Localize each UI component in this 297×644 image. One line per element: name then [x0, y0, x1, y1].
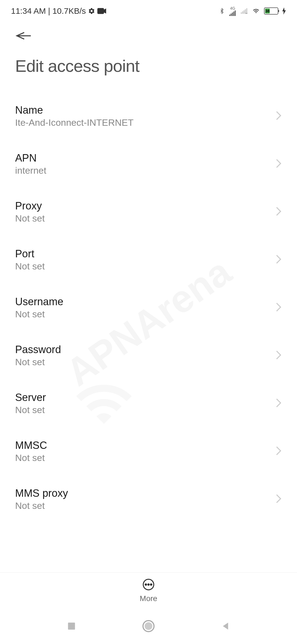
more-label: More: [140, 594, 157, 603]
svg-rect-3: [232, 13, 233, 16]
chevron-right-icon: [275, 206, 282, 217]
bluetooth-icon: [219, 7, 225, 15]
chevron-right-icon: [275, 302, 282, 313]
page-title: Edit access point: [15, 56, 282, 76]
setting-label: Username: [15, 296, 63, 308]
setting-label: MMSC: [15, 440, 47, 451]
setting-name[interactable]: Name Ite-And-Iconnect-INTERNET: [0, 92, 297, 140]
setting-value: Not set: [15, 405, 46, 415]
back-button[interactable]: [15, 30, 32, 42]
signal-no-sim-icon: [240, 8, 248, 14]
system-nav-bar: [0, 608, 297, 644]
chevron-right-icon: [275, 350, 282, 361]
page-header: Edit access point: [0, 22, 297, 81]
setting-username[interactable]: Username Not set: [0, 284, 297, 332]
setting-value: Not set: [15, 452, 47, 463]
svg-point-13: [148, 584, 149, 585]
status-separator: |: [48, 6, 50, 16]
setting-server[interactable]: Server Not set: [0, 380, 297, 427]
svg-rect-2: [231, 13, 232, 16]
setting-value: Not set: [15, 500, 68, 511]
nav-recent-button[interactable]: [65, 619, 78, 633]
chevron-right-icon: [275, 111, 282, 122]
status-bar-left: 11:34 AM | 10.7KB/s: [11, 6, 106, 16]
setting-value: Ite-And-Iconnect-INTERNET: [15, 117, 134, 128]
more-button[interactable]: [142, 578, 155, 592]
status-bar: 11:34 AM | 10.7KB/s 4G 38: [0, 0, 297, 22]
settings-list: Name Ite-And-Iconnect-INTERNET APN inter…: [0, 81, 297, 560]
svg-point-17: [145, 622, 152, 630]
chevron-right-icon: [275, 159, 282, 170]
camera-icon: [97, 8, 106, 14]
chevron-right-icon: [275, 398, 282, 409]
setting-value: Not set: [15, 213, 45, 224]
setting-value: Not set: [15, 357, 61, 367]
wifi-icon: [252, 8, 260, 14]
setting-label: Password: [15, 344, 61, 356]
chevron-right-icon: [275, 494, 282, 505]
svg-rect-1: [229, 15, 230, 16]
battery-percent: 38: [265, 9, 270, 13]
setting-value: Not set: [15, 309, 63, 320]
setting-value: Not set: [15, 261, 45, 272]
chevron-right-icon: [275, 446, 282, 457]
charging-icon: [282, 7, 286, 15]
battery-icon: 38: [264, 7, 278, 15]
setting-label: Name: [15, 104, 134, 116]
svg-rect-7: [242, 11, 243, 14]
setting-label: MMS proxy: [15, 487, 68, 499]
svg-rect-15: [68, 623, 75, 629]
svg-rect-0: [97, 8, 104, 14]
setting-apn[interactable]: APN internet: [0, 140, 297, 188]
setting-label: Port: [15, 248, 45, 260]
status-bar-right: 4G 38: [219, 6, 286, 16]
setting-password[interactable]: Password Not set: [0, 332, 297, 380]
setting-label: Proxy: [15, 200, 45, 212]
setting-label: Server: [15, 392, 46, 403]
svg-rect-6: [241, 12, 242, 14]
svg-point-12: [145, 584, 147, 585]
svg-rect-5: [235, 10, 236, 16]
gear-icon: [88, 7, 95, 15]
setting-proxy[interactable]: Proxy Not set: [0, 188, 297, 236]
bottom-toolbar: More: [0, 572, 297, 608]
svg-point-14: [150, 584, 152, 585]
setting-mmsc[interactable]: MMSC Not set: [0, 427, 297, 475]
setting-value: internet: [15, 165, 46, 176]
setting-mms-proxy[interactable]: MMS proxy Not set: [0, 475, 297, 523]
status-time: 11:34 AM: [11, 6, 46, 16]
signal-4g-icon: 4G: [229, 6, 237, 16]
chevron-right-icon: [275, 254, 282, 265]
svg-rect-8: [244, 10, 245, 14]
nav-back-button[interactable]: [219, 619, 232, 633]
setting-port[interactable]: Port Not set: [0, 236, 297, 284]
svg-rect-4: [233, 12, 235, 16]
nav-home-button[interactable]: [142, 619, 155, 633]
status-data-rate: 10.7KB/s: [53, 6, 86, 16]
setting-label: APN: [15, 152, 46, 164]
